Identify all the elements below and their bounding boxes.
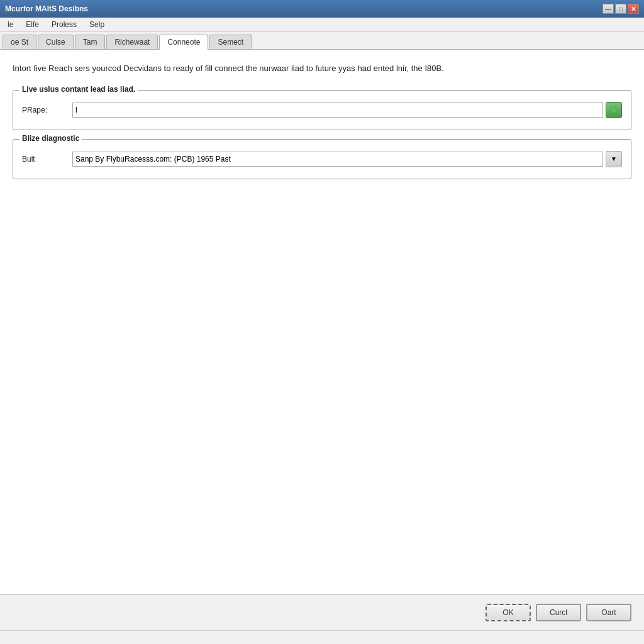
menu-bar: le Elfe Proless Selp [0, 18, 644, 32]
bult-input-container: ▼ [72, 151, 622, 167]
ok-button[interactable]: OK [486, 604, 531, 621]
minimize-button[interactable]: — [602, 4, 614, 14]
tab-semect[interactable]: Semect [209, 35, 252, 49]
menu-item-proless[interactable]: Proless [47, 19, 82, 30]
description-text: Intort five Reach sers yourcod Decvidans… [13, 62, 631, 75]
tab-tam[interactable]: Tam [75, 35, 106, 49]
dropdown-icon: ▼ [611, 155, 617, 162]
bult-row: Bult ▼ [22, 151, 622, 167]
group-blize-diagnostic: Blize diagnostic Bult ▼ [13, 139, 631, 179]
cancel-button[interactable]: Curcl [536, 604, 581, 621]
tab-bar: oe St Culse Tam Richewaat Conneote Semec… [0, 32, 644, 50]
dropdown-button[interactable]: ▼ [606, 151, 622, 167]
menu-item-le[interactable]: le [3, 19, 18, 30]
dart-button[interactable]: Oart [586, 604, 631, 621]
group2-legend: Blize diagnostic [19, 134, 82, 143]
bottom-buttons-bar: OK Curcl Oart [0, 594, 644, 630]
title-bar: Mcurfor MAItS Desibns — □ ✕ [0, 0, 644, 18]
prape-input[interactable] [72, 103, 603, 118]
main-window: Mcurfor MAItS Desibns — □ ✕ le Elfe Prol… [0, 0, 644, 644]
tab-richewaat[interactable]: Richewaat [106, 35, 158, 49]
group-live-uslus: Live uslus contant lead ias liad. PRape: [13, 90, 631, 130]
prape-input-container [72, 102, 622, 118]
prape-row: PRape: [22, 102, 622, 118]
status-bar [0, 630, 644, 644]
group1-legend: Live uslus contant lead ias liad. [19, 85, 138, 94]
tab-conneote[interactable]: Conneote [159, 35, 208, 50]
window-title: Mcurfor MAItS Desibns [5, 4, 88, 13]
title-bar-buttons: — □ ✕ [602, 4, 639, 14]
tab-oe-st[interactable]: oe St [3, 35, 36, 49]
menu-item-elfe[interactable]: Elfe [21, 19, 44, 30]
content-area: Intort five Reach sers yourcod Decvidans… [0, 50, 644, 594]
maximize-button[interactable]: □ [615, 4, 626, 14]
green-dot-icon [611, 107, 617, 113]
close-button[interactable]: ✕ [628, 4, 639, 14]
bult-label: Bult [22, 155, 72, 164]
green-indicator-button[interactable] [606, 102, 622, 118]
bult-input[interactable] [72, 152, 603, 167]
menu-item-selp[interactable]: Selp [84, 19, 109, 30]
tab-culse[interactable]: Culse [38, 35, 74, 49]
prape-label: PRape: [22, 106, 72, 114]
